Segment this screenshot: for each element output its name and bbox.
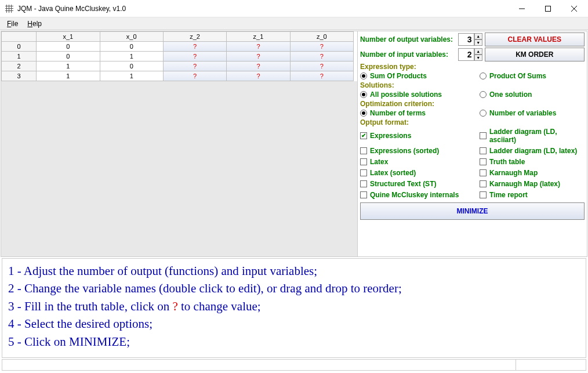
output-vars-spinner[interactable]: ▲▼ — [458, 33, 482, 46]
km-order-button[interactable]: KM ORDER — [485, 48, 585, 61]
spinner-down-icon[interactable]: ▼ — [474, 55, 482, 61]
check-structured-text[interactable]: Structured Text (ST) — [360, 180, 476, 188]
truth-table-panel: x_1x_0z_2z_1z_0 000???101???210???311??? — [1, 31, 357, 256]
column-header[interactable]: x_1 — [37, 32, 100, 42]
table-row: 000??? — [2, 42, 354, 52]
table-cell[interactable]: ? — [227, 61, 290, 71]
row-header: 1 — [2, 52, 37, 61]
optimization-criterion-label: Optimization criterion: — [360, 100, 585, 108]
output-vars-input[interactable] — [458, 33, 474, 46]
check-expressions-sorted[interactable]: Expressions (sorted) — [360, 147, 476, 155]
spinner-up-icon[interactable]: ▲ — [474, 48, 482, 55]
menubar: File Help — [0, 17, 588, 30]
radio-product-of-sums[interactable]: Product Of Sums — [480, 72, 585, 80]
titlebar: JQM - Java Quine McCluskey, v1.0 — [0, 0, 588, 17]
check-time-report[interactable]: Time report — [480, 191, 585, 199]
table-cell[interactable]: ? — [163, 52, 226, 61]
radio-one-solution[interactable]: One solution — [480, 90, 585, 99]
svg-rect-7 — [545, 6, 550, 11]
table-cell[interactable]: 1 — [37, 71, 100, 81]
input-vars-spinner[interactable]: ▲▼ — [458, 48, 482, 61]
status-section — [516, 360, 586, 370]
row-header: 3 — [2, 71, 37, 81]
table-cell[interactable]: ? — [290, 71, 353, 81]
clear-values-button[interactable]: CLEAR VALUES — [485, 32, 585, 46]
column-header[interactable]: z_0 — [290, 32, 353, 42]
radio-number-of-terms[interactable]: Number of terms — [360, 109, 476, 117]
table-row: 210??? — [2, 61, 354, 71]
table-cell[interactable]: 0 — [37, 52, 100, 61]
app-icon — [5, 4, 14, 13]
expression-type-label: Expression type: — [360, 63, 585, 71]
svg-rect-3 — [6, 5, 7, 13]
check-ladder-latex[interactable]: Ladder diagram (LD, latex) — [480, 147, 585, 155]
spinner-up-icon[interactable]: ▲ — [474, 33, 482, 39]
input-vars-input[interactable] — [458, 48, 474, 61]
column-header[interactable] — [2, 32, 37, 42]
table-cell[interactable]: 0 — [100, 61, 163, 71]
table-cell[interactable]: 1 — [100, 71, 163, 81]
table-cell[interactable]: ? — [163, 71, 226, 81]
table-row: 311??? — [2, 71, 354, 81]
column-header[interactable]: x_0 — [100, 32, 163, 42]
table-cell[interactable]: 1 — [37, 61, 100, 71]
check-latex[interactable]: Latex — [360, 158, 476, 166]
table-cell[interactable]: ? — [227, 71, 290, 81]
spinner-down-icon[interactable]: ▼ — [474, 39, 482, 46]
table-cell[interactable]: ? — [290, 52, 353, 61]
table-cell[interactable]: ? — [290, 61, 353, 71]
menu-file[interactable]: File — [2, 19, 23, 29]
check-karnaugh-map[interactable]: Karnaugh Map — [480, 169, 585, 177]
instructions-pane: 1 - Adjust the number of output (functio… — [2, 258, 586, 358]
row-header: 2 — [2, 61, 37, 71]
minimize-button[interactable]: MINIMIZE — [360, 202, 585, 220]
truth-table[interactable]: x_1x_0z_2z_1z_0 000???101???210???311??? — [1, 31, 354, 81]
check-expressions[interactable]: ✔Expressions — [360, 128, 476, 144]
row-header: 0 — [2, 42, 37, 52]
column-header[interactable]: z_2 — [163, 32, 226, 42]
instruction-line: 4 - Select the desired options; — [8, 315, 580, 332]
instruction-line: 5 - Click on MINIMIZE; — [8, 333, 580, 350]
table-row: 101??? — [2, 52, 354, 61]
svg-rect-5 — [11, 5, 12, 13]
close-window-button[interactable] — [561, 0, 587, 17]
svg-rect-4 — [9, 5, 9, 13]
main-panel: x_1x_0z_2z_1z_0 000???101???210???311???… — [1, 31, 587, 257]
instruction-line: 3 - Fill in the truth table, click on ? … — [8, 298, 580, 315]
check-ladder-ascii[interactable]: Ladder diagram (LD, asciiart) — [480, 128, 585, 144]
check-qm-internals[interactable]: Quine McCluskey internals — [360, 191, 476, 199]
check-truth-table[interactable]: Truth table — [480, 158, 585, 166]
solutions-label: Solutions: — [360, 81, 585, 89]
maximize-window-button[interactable] — [535, 0, 561, 17]
status-section — [2, 360, 516, 370]
table-cell[interactable]: ? — [290, 42, 353, 52]
table-cell[interactable]: 1 — [100, 52, 163, 61]
table-cell[interactable]: 0 — [37, 42, 100, 52]
instruction-line: 2 - Change the variable names (double cl… — [8, 280, 580, 297]
check-karnaugh-map-latex[interactable]: Karnaugh Map (latex) — [480, 180, 585, 188]
instruction-line: 1 - Adjust the number of output (functio… — [8, 262, 580, 280]
minimize-window-button[interactable] — [509, 0, 535, 17]
output-format-label: Optput format: — [360, 118, 585, 126]
radio-all-solutions[interactable]: All possible solutions — [360, 90, 476, 99]
options-panel: Number of output variables: ▲▼ CLEAR VAL… — [357, 31, 587, 256]
radio-sum-of-products[interactable]: Sum Of Products — [360, 72, 476, 80]
table-cell[interactable]: ? — [163, 42, 226, 52]
radio-number-of-variables[interactable]: Number of variables — [480, 109, 585, 117]
menu-help[interactable]: Help — [23, 19, 46, 29]
status-bar — [2, 359, 586, 371]
window-controls — [509, 0, 587, 17]
table-cell[interactable]: ? — [227, 42, 290, 52]
window-title: JQM - Java Quine McCluskey, v1.0 — [17, 5, 509, 13]
check-latex-sorted[interactable]: Latex (sorted) — [360, 169, 476, 177]
table-cell[interactable]: ? — [163, 61, 226, 71]
input-vars-label: Number of input variables: — [360, 50, 456, 59]
table-cell[interactable]: ? — [227, 52, 290, 61]
table-cell[interactable]: 0 — [100, 42, 163, 52]
column-header[interactable]: z_1 — [227, 32, 290, 42]
output-vars-label: Number of output variables: — [360, 35, 456, 44]
